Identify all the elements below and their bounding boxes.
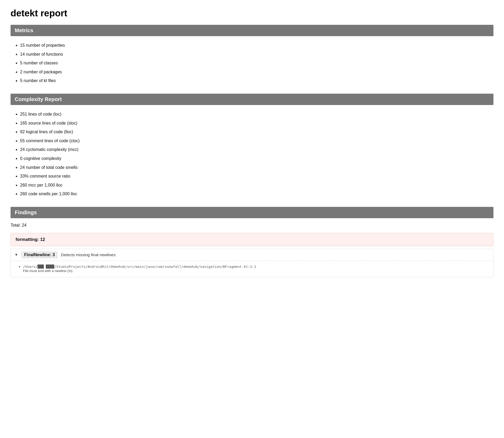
list-item: 14 number of functions: [20, 50, 493, 59]
complexity-header: Complexity Report: [11, 94, 493, 105]
finding-rule-header[interactable]: ▼ FinalNewline: 3 Detects missing final …: [11, 249, 493, 261]
file-note: File must end with a newline (\n): [23, 269, 491, 273]
list-item: 33% comment source ratio: [20, 172, 493, 181]
list-item: /Users/███ ████/StudioProjects/AndroidKi…: [23, 265, 491, 273]
complexity-section: Complexity Report 251 lines of code (loc…: [11, 94, 493, 198]
list-item: 2 number of packages: [20, 68, 493, 77]
complexity-list: 251 lines of code (loc) 165 source lines…: [20, 110, 493, 198]
findings-total: Total: 24: [11, 223, 493, 228]
file-path: /Users/███ ████/StudioProjects/AndroidKi…: [23, 265, 256, 269]
list-item: 165 source lines of code (sloc): [20, 119, 493, 128]
list-item: 24 number of total code smells: [20, 163, 493, 172]
finding-group: formatting: 12: [11, 233, 493, 246]
metrics-section: Metrics 15 number of properties 14 numbe…: [11, 25, 493, 85]
list-item: 92 logical lines of code (lloc): [20, 127, 493, 136]
rule-name-badge: FinalNewline: 3: [22, 252, 57, 258]
list-item: 55 comment lines of code (cloc): [20, 136, 493, 145]
list-item: 5 number of classes: [20, 59, 493, 68]
finding-items-list: /Users/███ ████/StudioProjects/AndroidKi…: [20, 261, 493, 277]
metrics-header: Metrics: [11, 25, 493, 36]
list-item: 260 code smells per 1,000 lloc: [20, 189, 493, 198]
list-item: 251 lines of code (loc): [20, 110, 493, 119]
arrow-down-icon: ▼: [15, 253, 18, 257]
list-item: 24 cyclomatic complexity (mcc): [20, 145, 493, 154]
page-title: detekt report: [11, 8, 493, 18]
list-item: 260 mcc per 1,000 lloc: [20, 181, 493, 190]
list-item: 0 cognitive complexity: [20, 154, 493, 163]
findings-header: Findings: [11, 207, 493, 218]
findings-section: Findings Total: 24 formatting: 12 ▼ Fina…: [11, 207, 493, 277]
rule-description: Detects missing final newlines: [61, 253, 116, 257]
metrics-list: 15 number of properties 14 number of fun…: [20, 41, 493, 85]
list-item: 15 number of properties: [20, 41, 493, 50]
finding-rule: ▼ FinalNewline: 3 Detects missing final …: [11, 249, 493, 277]
list-item: 5 number of kt files: [20, 76, 493, 85]
